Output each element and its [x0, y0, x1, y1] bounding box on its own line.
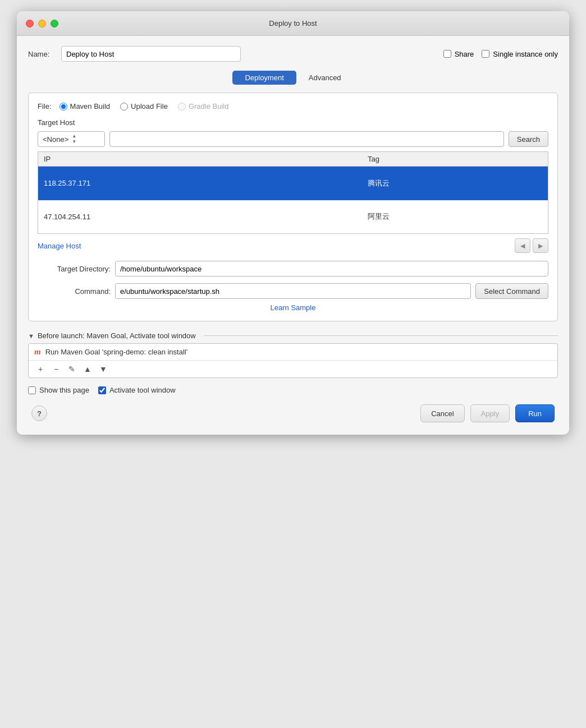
- radio-upload-input[interactable]: [120, 103, 128, 110]
- file-radio-group: Maven Build Upload File Gradle Build: [59, 102, 229, 110]
- command-input[interactable]: [115, 283, 471, 299]
- learn-sample-link[interactable]: Learn Sample: [271, 303, 316, 312]
- up-launch-button[interactable]: ▲: [80, 362, 95, 376]
- nav-next-button[interactable]: ▶: [533, 238, 548, 253]
- before-launch-label: Before launch: Maven Goal, Activate tool…: [38, 331, 196, 340]
- action-buttons: Cancel Apply Run: [420, 404, 555, 422]
- activate-tool-window-item: Activate tool window: [98, 386, 176, 394]
- before-launch-list: m Run Maven Goal 'spring-demo: clean ins…: [28, 343, 558, 378]
- edit-launch-button[interactable]: ✎: [65, 362, 79, 376]
- command-label: Command:: [38, 287, 111, 296]
- row-tag-2: 阿里云: [362, 200, 548, 234]
- radio-maven-input[interactable]: [59, 103, 67, 110]
- row-tag-1: 腾讯云: [362, 167, 548, 200]
- learn-sample-row: Learn Sample: [38, 303, 548, 312]
- share-checkbox-item: Share: [443, 50, 474, 58]
- remove-launch-button[interactable]: −: [49, 362, 63, 376]
- maven-goal-text: Run Maven Goal 'spring-demo: clean insta…: [45, 348, 188, 356]
- tab-content: File: Maven Build Upload File Gradle Bui…: [28, 93, 558, 321]
- show-this-page-label: Show this page: [39, 386, 89, 394]
- before-launch-section: ▼ Before launch: Maven Goal, Activate to…: [28, 331, 558, 378]
- row-ip-2: 47.104.254.11: [38, 200, 362, 234]
- main-content: Name: Share Single instance only Deploym…: [17, 36, 569, 435]
- name-input[interactable]: [61, 46, 241, 62]
- radio-maven-label: Maven Build: [70, 102, 111, 110]
- nav-prev-button[interactable]: ◀: [515, 238, 530, 253]
- minimize-button[interactable]: [38, 20, 46, 27]
- close-button[interactable]: [26, 20, 34, 27]
- target-directory-row: Target Directory:: [38, 261, 548, 277]
- before-launch-divider: [204, 335, 558, 336]
- manage-row: Manage Host ◀ ▶: [38, 238, 548, 253]
- radio-upload: Upload File: [120, 102, 168, 110]
- search-button[interactable]: Search: [509, 131, 548, 147]
- radio-maven: Maven Build: [59, 102, 111, 110]
- table-row[interactable]: 118.25.37.171 腾讯云: [38, 167, 548, 200]
- single-instance-checkbox[interactable]: [482, 50, 489, 58]
- expand-icon[interactable]: ▼: [28, 333, 34, 339]
- deploy-to-host-window: Deploy to Host Name: Share Single instan…: [17, 11, 569, 435]
- bottom-buttons: ? Cancel Apply Run: [28, 399, 558, 425]
- help-button[interactable]: ?: [31, 406, 47, 421]
- maven-goal-item[interactable]: m Run Maven Goal 'spring-demo: clean ins…: [29, 344, 557, 360]
- host-spinner[interactable]: ▲ ▼: [72, 133, 76, 144]
- cancel-button[interactable]: Cancel: [420, 404, 464, 422]
- before-launch-header: ▼ Before launch: Maven Goal, Activate to…: [28, 331, 558, 340]
- spinner-up: ▲: [72, 133, 76, 139]
- share-checkbox[interactable]: [443, 50, 451, 58]
- target-directory-label: Target Directory:: [38, 265, 111, 273]
- host-search-input[interactable]: [109, 131, 504, 147]
- radio-gradle-input: [178, 103, 186, 110]
- single-instance-checkbox-item: Single instance only: [482, 50, 558, 58]
- spinner-down: ▼: [72, 139, 76, 145]
- down-launch-button[interactable]: ▼: [96, 362, 111, 376]
- nav-arrows: ◀ ▶: [515, 238, 548, 253]
- maven-icon: m: [34, 347, 41, 357]
- host-dropdown-value: <None>: [40, 135, 71, 144]
- options-group: Share Single instance only: [443, 50, 558, 58]
- host-table: IP Tag 118.25.37.171 腾讯云 47.104.254.11 阿…: [38, 151, 548, 234]
- col-ip: IP: [38, 152, 362, 167]
- file-label: File:: [38, 102, 52, 110]
- activate-tool-window-label: Activate tool window: [109, 386, 176, 394]
- select-command-button[interactable]: Select Command: [475, 283, 548, 299]
- table-row[interactable]: 47.104.254.11 阿里云: [38, 200, 548, 234]
- target-host-row: <None> ▲ ▼ Search: [38, 131, 548, 147]
- maximize-button[interactable]: [51, 20, 58, 27]
- radio-upload-label: Upload File: [131, 102, 168, 110]
- radio-gradle: Gradle Build: [178, 102, 229, 110]
- traffic-lights: [26, 20, 58, 27]
- show-this-page-checkbox[interactable]: [28, 386, 36, 394]
- tab-advanced[interactable]: Advanced: [296, 71, 354, 85]
- target-directory-input[interactable]: [115, 261, 548, 277]
- radio-gradle-label: Gradle Build: [189, 102, 229, 110]
- col-tag: Tag: [362, 152, 548, 167]
- activate-tool-window-checkbox[interactable]: [98, 386, 106, 394]
- add-launch-button[interactable]: +: [33, 362, 48, 376]
- file-row: File: Maven Build Upload File Gradle Bui…: [38, 102, 548, 110]
- host-dropdown[interactable]: <None> ▲ ▼: [38, 131, 105, 147]
- show-page-row: Show this page Activate tool window: [28, 386, 558, 394]
- name-row: Name: Share Single instance only: [28, 46, 558, 62]
- host-table-body: 118.25.37.171 腾讯云 47.104.254.11 阿里云: [38, 167, 548, 234]
- tab-deployment[interactable]: Deployment: [232, 71, 296, 85]
- row-ip-1: 118.25.37.171: [38, 167, 362, 200]
- show-this-page-item: Show this page: [28, 386, 89, 394]
- titlebar: Deploy to Host: [17, 11, 569, 36]
- target-host-label: Target Host: [38, 118, 548, 127]
- manage-host-link[interactable]: Manage Host: [38, 242, 81, 250]
- command-row: Command: Select Command: [38, 283, 548, 299]
- run-button[interactable]: Run: [515, 404, 555, 422]
- share-label: Share: [455, 50, 474, 58]
- tab-bar: Deployment Advanced: [28, 71, 558, 85]
- single-instance-label: Single instance only: [493, 50, 558, 58]
- name-label: Name:: [28, 50, 53, 58]
- launch-toolbar: + − ✎ ▲ ▼: [29, 360, 557, 377]
- window-title: Deploy to Host: [269, 19, 317, 27]
- apply-button: Apply: [470, 404, 510, 422]
